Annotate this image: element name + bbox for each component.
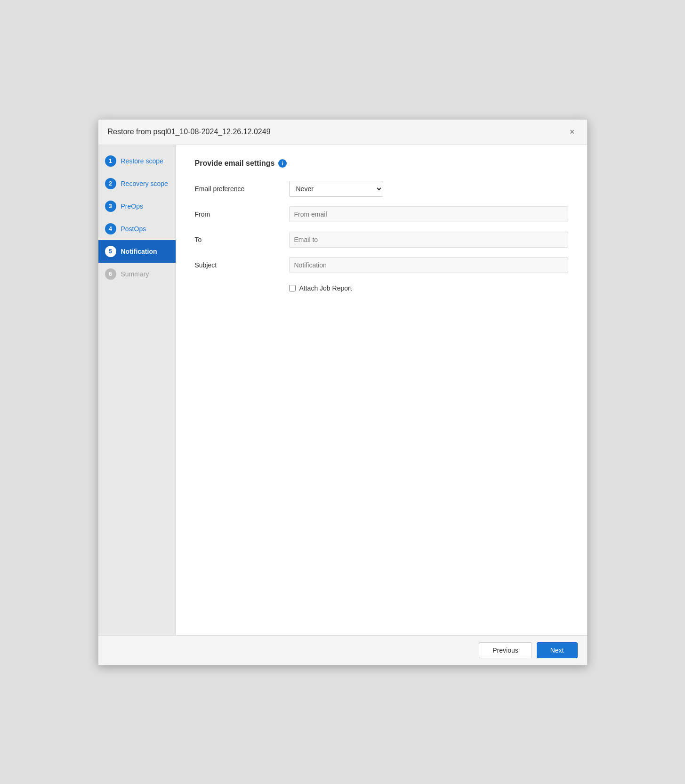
main-content: Provide email settings i Email preferenc…: [176, 145, 587, 635]
sidebar-label-recovery-scope: Recovery scope: [121, 180, 168, 187]
to-label: To: [195, 236, 289, 243]
from-row: From: [195, 206, 568, 222]
subject-row: Subject: [195, 257, 568, 273]
sidebar-label-restore-scope: Restore scope: [121, 157, 163, 165]
attach-job-report-row: Attach Job Report: [289, 284, 568, 292]
sidebar-item-postops[interactable]: 4 PostOps: [98, 218, 176, 240]
section-title-text: Provide email settings: [195, 159, 275, 168]
sidebar-badge-5: 5: [105, 246, 116, 257]
sidebar-label-preops: PreOps: [121, 202, 143, 210]
sidebar-badge-2: 2: [105, 178, 116, 189]
dialog: Restore from psql01_10-08-2024_12.26.12.…: [98, 119, 588, 665]
sidebar-label-postops: PostOps: [121, 225, 146, 233]
sidebar-badge-4: 4: [105, 223, 116, 234]
from-input[interactable]: [289, 206, 568, 222]
to-row: To: [195, 232, 568, 248]
sidebar-item-preops[interactable]: 3 PreOps: [98, 195, 176, 218]
next-button[interactable]: Next: [537, 642, 578, 658]
dialog-body: 1 Restore scope 2 Recovery scope 3 PreOp…: [98, 145, 587, 635]
to-input[interactable]: [289, 232, 568, 248]
attach-job-report-label[interactable]: Attach Job Report: [299, 284, 352, 292]
previous-button[interactable]: Previous: [479, 642, 532, 658]
sidebar-item-notification[interactable]: 5 Notification: [98, 240, 176, 263]
dialog-title: Restore from psql01_10-08-2024_12.26.12.…: [108, 128, 271, 136]
sidebar-label-notification: Notification: [121, 248, 157, 255]
email-preference-row: Email preference Never On failure Always: [195, 181, 568, 197]
dialog-header: Restore from psql01_10-08-2024_12.26.12.…: [98, 120, 587, 145]
sidebar-item-recovery-scope[interactable]: 2 Recovery scope: [98, 172, 176, 195]
email-preference-select[interactable]: Never On failure Always: [289, 181, 383, 197]
dialog-footer: Previous Next: [98, 635, 587, 665]
sidebar-item-summary: 6 Summary: [98, 263, 176, 285]
attach-job-report-checkbox[interactable]: [289, 285, 296, 291]
sidebar-badge-6: 6: [105, 268, 116, 280]
sidebar: 1 Restore scope 2 Recovery scope 3 PreOp…: [98, 145, 176, 635]
close-button[interactable]: ×: [567, 126, 578, 138]
subject-label: Subject: [195, 261, 289, 269]
section-title-row: Provide email settings i: [195, 159, 568, 168]
sidebar-label-summary: Summary: [121, 270, 149, 278]
from-label: From: [195, 210, 289, 218]
info-icon[interactable]: i: [278, 159, 287, 168]
subject-input[interactable]: [289, 257, 568, 273]
sidebar-item-restore-scope[interactable]: 1 Restore scope: [98, 150, 176, 172]
sidebar-badge-1: 1: [105, 155, 116, 167]
email-preference-label: Email preference: [195, 185, 289, 193]
sidebar-badge-3: 3: [105, 201, 116, 212]
